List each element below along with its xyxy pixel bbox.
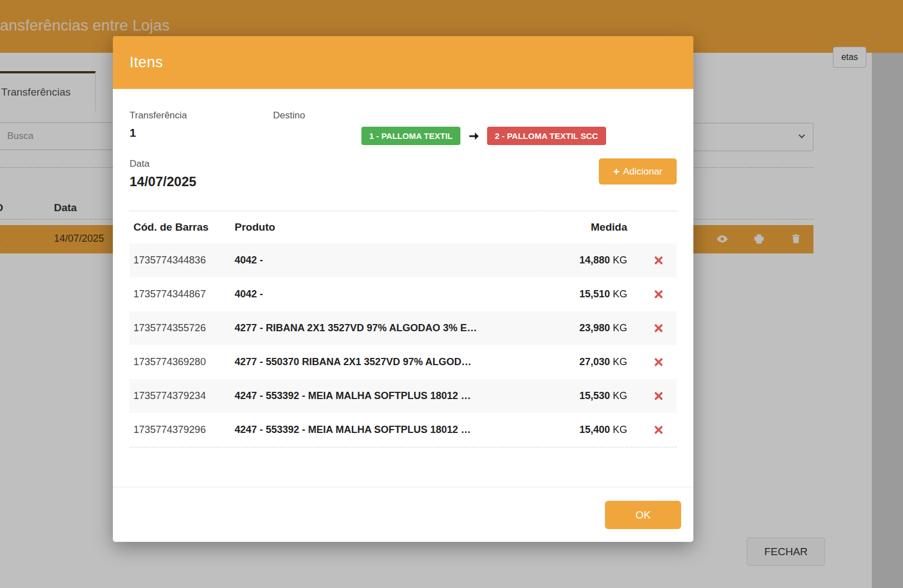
produto-cell: 4042 -	[232, 288, 552, 300]
medida-value: 15,510	[579, 288, 610, 300]
medida-unit: KG	[613, 288, 627, 300]
data-value: 14/07/2025	[130, 174, 196, 190]
medida-unit: KG	[613, 322, 627, 333]
medida-cell: 15,400 KG	[552, 424, 641, 436]
medida-value: 14,880	[579, 255, 610, 266]
produto-cell: 4042 -	[232, 255, 552, 266]
remove-item-button[interactable]	[652, 389, 666, 403]
data-label: Data	[130, 158, 196, 170]
barcode-cell: 1735774379296	[130, 424, 232, 436]
items-table: Cód. de Barras Produto Medida 1735774344…	[130, 211, 677, 447]
modal-body: Transferência 1 Destino 1 - PALLOMA TEXT…	[113, 89, 693, 487]
plus-icon: +	[613, 166, 620, 177]
items-table-header: Cód. de Barras Produto Medida	[130, 211, 677, 243]
header-barcode: Cód. de Barras	[130, 221, 232, 233]
items-modal: Itens Transferência 1 Destino 1 - PALLOM…	[113, 36, 693, 542]
medida-unit: KG	[613, 424, 627, 435]
modal-header: Itens	[113, 36, 693, 89]
produto-cell: 4277 - 550370 RIBANA 2X1 3527VD 97% ALGO…	[232, 356, 552, 368]
item-row: 1735774355726 4277 - RIBANA 2X1 3527VD 9…	[130, 311, 677, 345]
medida-value: 15,400	[579, 424, 610, 435]
medida-cell: 15,510 KG	[552, 288, 641, 300]
produto-cell: 4277 - RIBANA 2X1 3527VD 97% ALGODAO 3% …	[232, 322, 552, 334]
ok-button[interactable]: OK	[605, 501, 681, 529]
transferencia-value: 1	[130, 126, 273, 139]
destination-store-badge: 2 - PALLOMA TEXTIL SCC	[487, 127, 606, 145]
produto-cell: 4247 - 553392 - MEIA MALHA SOFTPLUS 1801…	[232, 390, 552, 402]
item-row: 1735774379296 4247 - 553392 - MEIA MALHA…	[130, 413, 677, 447]
medida-cell: 14,880 KG	[552, 255, 641, 266]
item-row: 1735774379234 4247 - 553392 - MEIA MALHA…	[130, 379, 677, 413]
destino-label: Destino	[273, 110, 677, 121]
remove-item-button[interactable]	[652, 321, 666, 335]
barcode-cell: 1735774369280	[130, 356, 232, 368]
produto-cell: 4247 - 553392 - MEIA MALHA SOFTPLUS 1801…	[232, 424, 552, 436]
medida-cell: 27,030 KG	[552, 356, 641, 368]
medida-unit: KG	[613, 255, 627, 266]
transferencia-label: Transferência	[130, 110, 273, 121]
adicionar-button[interactable]: + Adicionar	[599, 158, 677, 185]
divider	[130, 447, 677, 447]
remove-item-button[interactable]	[652, 423, 666, 437]
remove-item-button[interactable]	[652, 355, 666, 369]
item-row: 1735774344836 4042 - 14,880 KG	[130, 243, 677, 277]
arrow-right-icon	[467, 129, 480, 143]
medida-unit: KG	[613, 390, 627, 401]
barcode-cell: 1735774379234	[130, 390, 232, 402]
modal-footer: OK	[113, 487, 693, 542]
medida-value: 27,030	[579, 356, 610, 367]
medida-value: 23,980	[579, 322, 610, 333]
items-table-body: 1735774344836 4042 - 14,880 KG 173577434…	[130, 243, 677, 447]
medida-cell: 23,980 KG	[552, 322, 641, 334]
item-row: 1735774344867 4042 - 15,510 KG	[130, 277, 677, 311]
item-row: 1735774369280 4277 - 550370 RIBANA 2X1 3…	[130, 345, 677, 379]
modal-title: Itens	[113, 54, 163, 71]
origin-store-badge: 1 - PALLOMA TEXTIL	[361, 127, 460, 145]
remove-item-button[interactable]	[652, 253, 666, 267]
header-medida: Medida	[552, 221, 641, 233]
barcode-cell: 1735774344867	[130, 288, 232, 300]
medida-unit: KG	[613, 356, 627, 367]
barcode-cell: 1735774344836	[130, 255, 232, 266]
header-produto: Produto	[232, 221, 552, 233]
medida-cell: 15,530 KG	[552, 390, 641, 402]
medida-value: 15,530	[579, 390, 610, 401]
barcode-cell: 1735774355726	[130, 322, 232, 334]
adicionar-label: Adicionar	[623, 166, 662, 177]
remove-item-button[interactable]	[652, 287, 666, 301]
